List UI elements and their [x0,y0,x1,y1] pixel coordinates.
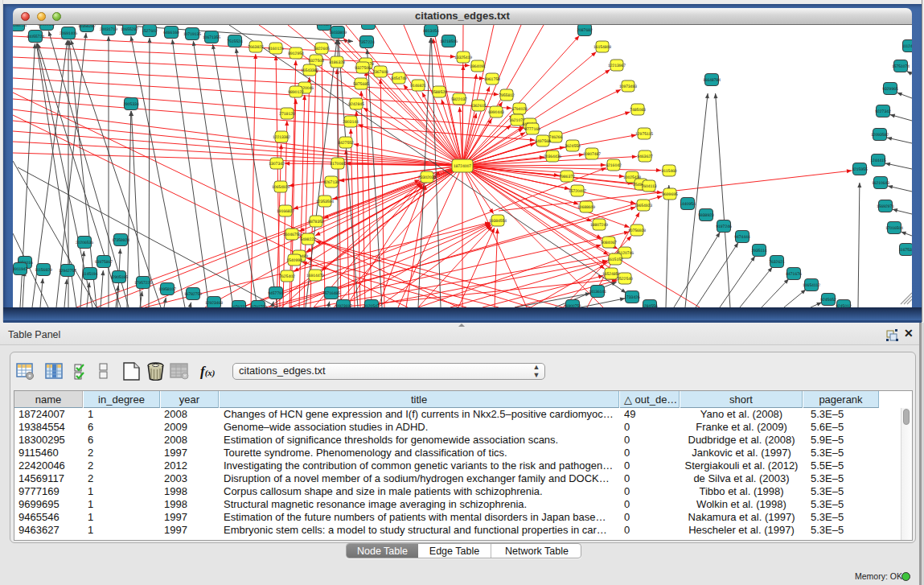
svg-text:3911947: 3911947 [13,267,28,272]
svg-text:12905185: 12905185 [110,275,128,280]
svg-text:7604113: 7604113 [641,184,656,189]
svg-text:2087682: 2087682 [577,28,593,33]
svg-text:1284556: 1284556 [642,304,658,307]
svg-text:6961758: 6961758 [484,77,500,82]
svg-text:9699695: 9699695 [662,192,678,197]
svg-text:20090147: 20090147 [38,25,55,27]
svg-text:8160124: 8160124 [268,47,284,51]
svg-text:9474444: 9474444 [734,235,750,240]
svg-text:16782759: 16782759 [184,292,202,297]
svg-text:10671355: 10671355 [203,35,220,40]
svg-text:17359924: 17359924 [112,238,129,243]
svg-text:12975115: 12975115 [635,132,653,137]
svg-text:8878352: 8878352 [308,220,324,225]
svg-text:12353594: 12353594 [316,200,334,204]
svg-text:7632621: 7632621 [769,260,785,265]
svg-text:1527602: 1527602 [142,29,158,34]
svg-text:10756928: 10756928 [628,229,646,233]
svg-text:18724007: 18724007 [454,164,471,169]
svg-text:14136141: 14136141 [589,290,606,295]
svg-text:12213967: 12213967 [608,64,626,68]
svg-text:12923468: 12923468 [205,301,223,306]
svg-text:1362615: 1362615 [470,104,487,109]
svg-text:93975867: 93975867 [95,260,113,265]
svg-text:8427552: 8427552 [338,141,354,146]
svg-text:16154808: 16154808 [593,45,611,50]
svg-text:10688609: 10688609 [577,205,595,210]
svg-text:7515524: 7515524 [227,39,243,44]
svg-text:20364436: 20364436 [544,154,561,159]
svg-text:16046756: 16046756 [283,233,301,237]
svg-text:10958107: 10958107 [158,287,176,292]
svg-text:5938923: 5938923 [698,213,714,218]
svg-text:13325419: 13325419 [454,56,472,60]
svg-text:1440954: 1440954 [680,202,696,207]
svg-text:10719135: 10719135 [183,32,201,37]
svg-text:6497568: 6497568 [535,139,551,144]
svg-text:5822605: 5822605 [314,47,330,51]
svg-text:7955812: 7955812 [499,93,515,98]
svg-text:19166827: 19166827 [277,209,294,214]
svg-text:20691406: 20691406 [60,31,77,36]
svg-text:2718120: 2718120 [279,112,295,117]
svg-text:16210643: 16210643 [872,181,889,186]
svg-text:10654925: 10654925 [272,185,290,190]
svg-text:1733426: 1733426 [624,295,640,300]
svg-text:9115460: 9115460 [661,169,676,174]
svg-text:7625402: 7625402 [279,274,295,279]
svg-text:1615152: 1615152 [607,257,623,262]
svg-text:6990443: 6990443 [488,110,504,115]
svg-text:16543382: 16543382 [301,68,318,73]
svg-text:16648784: 16648784 [703,78,721,83]
svg-text:9457791: 9457791 [268,291,284,296]
svg-text:1076223: 1076223 [231,305,247,307]
svg-text:2803144: 2803144 [343,120,359,125]
svg-text:2522540: 2522540 [617,277,633,282]
svg-text:15716485: 15716485 [322,291,340,296]
svg-text:12093582: 12093582 [871,133,889,138]
svg-text:1112433: 1112433 [902,44,912,49]
svg-text:7986372: 7986372 [559,175,575,179]
svg-text:1864091: 1864091 [470,64,486,69]
svg-text:8912954: 8912954 [288,51,304,56]
svg-text:7357224: 7357224 [359,40,375,45]
svg-text:17957225: 17957225 [134,281,152,286]
svg-text:9120547: 9120547 [363,304,380,307]
svg-text:3624554: 3624554 [565,144,581,149]
svg-text:10807487: 10807487 [583,152,601,157]
svg-text:1588520: 1588520 [431,90,447,95]
svg-text:1244415: 1244415 [870,159,886,163]
svg-text:10655287: 10655287 [121,27,138,32]
svg-text:2367608: 2367608 [372,70,388,75]
svg-text:15720407: 15720407 [569,189,586,194]
svg-text:9329965: 9329965 [882,87,898,92]
svg-text:12213382: 12213382 [273,135,290,140]
svg-text:8186328: 8186328 [329,60,345,65]
svg-text:10973493: 10973493 [619,84,637,89]
svg-text:1540994: 1540994 [286,258,302,263]
svg-text:19654923: 19654923 [634,204,652,208]
svg-text:1167533: 1167533 [898,248,912,253]
svg-text:20206536: 20206536 [76,241,93,245]
svg-text:5822037: 5822037 [451,97,467,102]
svg-text:5875685: 5875685 [353,82,369,87]
svg-text:8921054: 8921054 [360,25,376,27]
svg-text:10356287: 10356287 [78,25,96,29]
svg-text:16914479: 16914479 [306,274,324,278]
svg-text:9197246: 9197246 [716,225,732,229]
svg-text:9327503: 9327503 [308,59,324,64]
svg-text:6794028: 6794028 [511,107,528,112]
svg-text:9890122: 9890122 [288,90,304,95]
svg-text:9777169: 9777169 [524,127,540,132]
svg-text:2935114: 2935114 [751,249,766,253]
svg-text:19218506: 19218506 [440,39,458,44]
svg-text:10702759: 10702759 [249,305,267,307]
svg-text:16900751: 16900751 [564,304,581,307]
svg-text:2905334: 2905334 [123,102,139,107]
svg-text:4170081: 4170081 [330,162,346,167]
svg-text:9227342: 9227342 [875,109,891,114]
svg-text:9245012: 9245012 [836,304,852,307]
svg-text:1145194: 1145194 [82,272,97,277]
svg-text:10923697: 10923697 [335,304,352,307]
svg-text:7663822: 7663822 [248,45,264,50]
